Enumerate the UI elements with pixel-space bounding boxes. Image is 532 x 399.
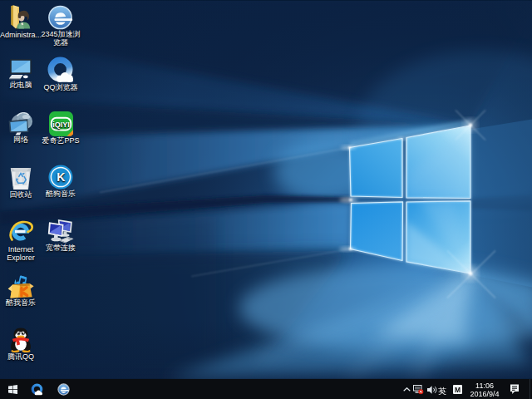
svg-text:K: K <box>57 170 65 184</box>
svg-text:M: M <box>455 386 461 394</box>
svg-text:iQIYI: iQIYI <box>52 121 70 129</box>
